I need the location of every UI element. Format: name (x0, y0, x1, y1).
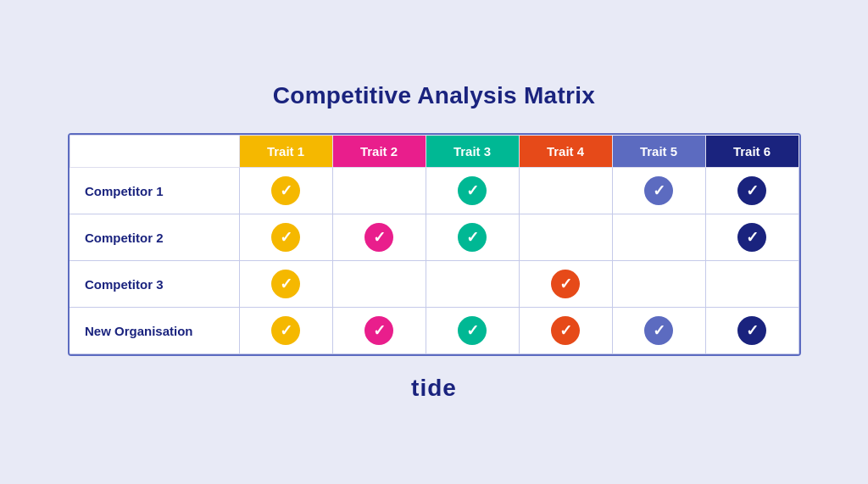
cell-r0-c5: ✓ (705, 168, 798, 214)
cell-r3-c2: ✓ (426, 308, 519, 354)
table-row: Competitor 2✓✓✓✓ (70, 214, 798, 261)
check-icon-r0-c5: ✓ (737, 176, 766, 205)
check-icon-r1-c2: ✓ (458, 223, 487, 252)
header-trait-3: Trait 3 (426, 136, 519, 168)
table-body: Competitor 1✓✓✓✓Competitor 2✓✓✓✓Competit… (70, 168, 798, 354)
header-trait-2: Trait 2 (332, 136, 426, 168)
cell-r1-c1: ✓ (332, 214, 426, 261)
cell-r3-c0: ✓ (239, 308, 332, 354)
cell-r0-c1 (332, 168, 426, 214)
header-trait-6: Trait 6 (705, 136, 798, 168)
cell-r2-c1 (332, 261, 426, 308)
header-trait-5: Trait 5 (612, 136, 705, 168)
cell-r2-c5 (705, 261, 798, 308)
header-trait-1: Trait 1 (239, 136, 332, 168)
cell-r0-c0: ✓ (239, 168, 332, 214)
table-row: New Organisation✓✓✓✓✓✓ (70, 308, 798, 354)
check-icon-r2-c3: ✓ (551, 270, 580, 298)
page-wrapper: Competitive Analysis Matrix Trait 1Trait… (0, 65, 868, 419)
check-icon-r2-c0: ✓ (271, 270, 300, 298)
table-row: Competitor 3✓✓ (70, 261, 798, 308)
brand-footer: tide (411, 375, 457, 402)
check-icon-r3-c2: ✓ (458, 316, 487, 345)
table-row: Competitor 1✓✓✓✓ (70, 168, 798, 214)
check-icon-r1-c1: ✓ (364, 223, 393, 252)
check-icon-r0-c0: ✓ (271, 176, 300, 205)
cell-r2-c2 (426, 261, 519, 308)
cell-r3-c4: ✓ (612, 308, 705, 354)
row-label-2: Competitor 3 (70, 261, 239, 308)
cell-r1-c5: ✓ (705, 214, 798, 261)
cell-r0-c2: ✓ (426, 168, 519, 214)
check-icon-r3-c3: ✓ (551, 316, 580, 345)
check-icon-r1-c5: ✓ (737, 223, 766, 252)
check-icon-r0-c4: ✓ (644, 176, 673, 205)
header-trait-4: Trait 4 (519, 136, 612, 168)
cell-r2-c3: ✓ (519, 261, 612, 308)
cell-r1-c0: ✓ (239, 214, 332, 261)
empty-header-cell (70, 136, 239, 168)
table-header: Trait 1Trait 2Trait 3Trait 4Trait 5Trait… (70, 136, 798, 168)
cell-r3-c5: ✓ (705, 308, 798, 354)
matrix-container: Trait 1Trait 2Trait 3Trait 4Trait 5Trait… (68, 133, 801, 356)
check-icon-r1-c0: ✓ (271, 223, 300, 252)
cell-r1-c2: ✓ (426, 214, 519, 261)
cell-r1-c3 (519, 214, 612, 261)
check-icon-r0-c2: ✓ (458, 176, 487, 205)
header-row: Trait 1Trait 2Trait 3Trait 4Trait 5Trait… (70, 136, 798, 168)
check-icon-r3-c1: ✓ (364, 316, 393, 345)
cell-r3-c1: ✓ (332, 308, 426, 354)
analysis-table: Trait 1Trait 2Trait 3Trait 4Trait 5Trait… (70, 135, 799, 354)
row-label-1: Competitor 2 (70, 214, 239, 261)
check-icon-r3-c4: ✓ (644, 316, 673, 345)
cell-r2-c0: ✓ (239, 261, 332, 308)
check-icon-r3-c0: ✓ (271, 316, 300, 345)
cell-r1-c4 (612, 214, 705, 261)
cell-r3-c3: ✓ (519, 308, 612, 354)
cell-r0-c4: ✓ (612, 168, 705, 214)
cell-r2-c4 (612, 261, 705, 308)
page-title: Competitive Analysis Matrix (273, 82, 596, 109)
cell-r0-c3 (519, 168, 612, 214)
row-label-0: Competitor 1 (70, 168, 239, 214)
row-label-3: New Organisation (70, 308, 239, 354)
check-icon-r3-c5: ✓ (737, 316, 766, 345)
